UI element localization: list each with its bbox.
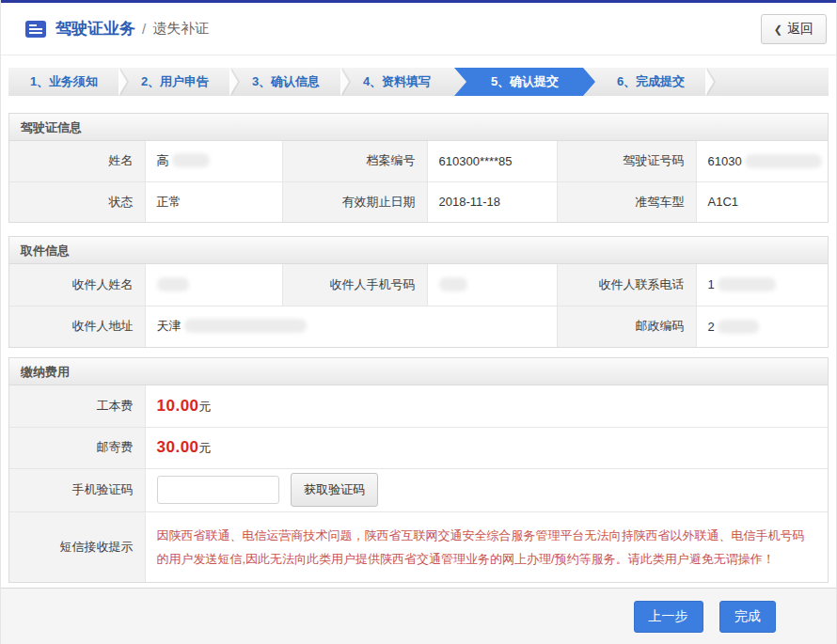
chevron-left-icon [774, 21, 787, 36]
wizard-filler [706, 68, 829, 96]
fees-table: 工本费 10.00元 邮寄费 30.00元 手机验证码 获取验证码 短信接收提示… [9, 385, 828, 582]
section-pickup-info: 取件信息 收件人姓名 收件人手机号码 收件人联系电话 1 收件人地址 天津 邮政… [8, 236, 829, 348]
vehicle-class-value: A1C1 [696, 181, 828, 222]
postage-fee-label: 邮寄费 [9, 427, 145, 468]
recipient-mobile-value [427, 264, 557, 306]
sms-code-cell: 获取验证码 [145, 468, 828, 511]
expiry-value: 2018-11-18 [427, 181, 557, 222]
status-value: 正常 [145, 181, 282, 222]
back-button-label: 返回 [787, 21, 813, 36]
pickup-table: 收件人姓名 收件人手机号码 收件人联系电话 1 收件人地址 天津 邮政编码 2 [9, 264, 828, 347]
file-number-value: 610300****85 [427, 141, 557, 181]
section-pickup-title: 取件信息 [9, 237, 828, 264]
sms-code-label: 手机验证码 [9, 468, 145, 511]
redacted-blur [745, 154, 822, 168]
redacted-blur [439, 277, 467, 291]
sms-code-input[interactable] [157, 476, 279, 504]
table-row: 工本费 10.00元 [9, 385, 828, 427]
footer-bar: 上一步 完成 [1, 588, 836, 644]
section-fees-title: 缴纳费用 [9, 358, 828, 385]
step-wizard: 1、业务须知 2、用户申告 3、确认信息 4、资料填写 5、确认提交 6、完成提… [8, 68, 829, 96]
recipient-address-value: 天津 [145, 306, 557, 347]
finish-button[interactable]: 完成 [719, 601, 776, 633]
get-code-button[interactable]: 获取验证码 [291, 473, 378, 507]
table-row: 状态 正常 有效期止日期 2018-11-18 准驾车型 A1C1 [9, 181, 828, 222]
license-number-value: 61030 [696, 141, 828, 181]
name-label: 姓名 [9, 141, 145, 181]
vehicle-class-label: 准驾车型 [557, 181, 696, 222]
sms-notice-text: 因陕西省联通、电信运营商技术问题，陕西省互联网交通安全综合服务管理平台无法向持陕… [157, 524, 810, 572]
section-license-info: 驾驶证信息 姓名 高 档案编号 610300****85 驾驶证号码 61030… [8, 113, 829, 223]
production-fee-label: 工本费 [9, 385, 145, 427]
recipient-mobile-label: 收件人手机号码 [282, 264, 427, 306]
page-title: 驾驶证业务 [55, 18, 135, 39]
step-3-confirm-info[interactable]: 3、确认信息 [230, 68, 341, 96]
breadcrumb-current: 遗失补证 [152, 20, 209, 38]
postage-fee-value: 30.00元 [145, 427, 828, 468]
postcode-value: 2 [696, 306, 828, 347]
table-row: 收件人姓名 收件人手机号码 收件人联系电话 1 [9, 264, 828, 306]
page-header: 驾驶证业务 / 遗失补证 返回 [1, 3, 836, 55]
breadcrumb-separator: / [142, 21, 146, 37]
step-4-fill-data[interactable]: 4、资料填写 [341, 68, 452, 96]
redacted-blur [718, 277, 776, 291]
license-table: 姓名 高 档案编号 610300****85 驾驶证号码 61030 状态 正常… [9, 141, 828, 222]
redacted-blur [172, 153, 210, 167]
recipient-address-label: 收件人地址 [9, 306, 145, 347]
recipient-phone-value: 1 [696, 264, 828, 306]
recipient-phone-label: 收件人联系电话 [557, 264, 696, 306]
step-1-business-notice[interactable]: 1、业务须知 [8, 68, 119, 96]
table-row: 邮寄费 30.00元 [9, 427, 828, 468]
redacted-blur [157, 277, 189, 291]
redacted-blur [184, 319, 307, 333]
name-value: 高 [145, 141, 282, 181]
sms-notice-label: 短信接收提示 [9, 511, 145, 582]
step-2-user-declaration[interactable]: 2、用户申告 [119, 68, 230, 96]
table-row: 手机验证码 获取验证码 [9, 468, 828, 511]
previous-step-button[interactable]: 上一步 [634, 601, 703, 633]
table-row: 收件人地址 天津 邮政编码 2 [9, 306, 828, 347]
section-license-title: 驾驶证信息 [9, 114, 828, 141]
step-6-complete-submit[interactable]: 6、完成提交 [595, 68, 706, 96]
step-5-confirm-submit-active[interactable]: 5、确认提交 [454, 68, 595, 96]
production-fee-value: 10.00元 [145, 385, 828, 427]
back-button[interactable]: 返回 [761, 14, 827, 44]
license-number-label: 驾驶证号码 [557, 141, 696, 181]
file-number-label: 档案编号 [282, 141, 427, 181]
postcode-label: 邮政编码 [557, 306, 696, 347]
list-icon [25, 21, 46, 38]
table-row: 姓名 高 档案编号 610300****85 驾驶证号码 61030 [9, 141, 828, 181]
status-label: 状态 [9, 181, 145, 222]
page: 驾驶证业务 / 遗失补证 返回 1、业务须知 2、用户申告 3、确认信息 4、资… [0, 0, 837, 644]
recipient-name-label: 收件人姓名 [9, 264, 145, 306]
table-row: 短信接收提示 因陕西省联通、电信运营商技术问题，陕西省互联网交通安全综合服务管理… [9, 511, 828, 582]
recipient-name-value [145, 264, 282, 306]
redacted-blur [718, 320, 759, 334]
sms-notice-cell: 因陕西省联通、电信运营商技术问题，陕西省互联网交通安全综合服务管理平台无法向持陕… [145, 511, 828, 582]
expiry-label: 有效期止日期 [282, 181, 427, 222]
section-fees: 缴纳费用 工本费 10.00元 邮寄费 30.00元 手机验证码 获取验证码 短… [8, 357, 829, 583]
